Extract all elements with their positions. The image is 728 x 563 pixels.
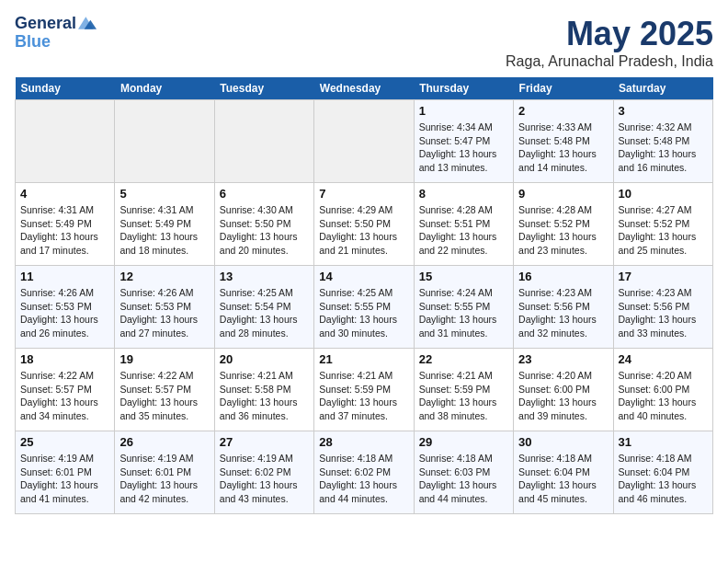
calendar-week-row-1: 1Sunrise: 4:34 AM Sunset: 5:47 PM Daylig… bbox=[16, 100, 713, 183]
calendar-week-row-5: 25Sunrise: 4:19 AM Sunset: 6:01 PM Dayli… bbox=[16, 431, 713, 514]
cell-date-number: 25 bbox=[20, 435, 109, 449]
calendar-cell: 29Sunrise: 4:18 AM Sunset: 6:03 PM Dayli… bbox=[414, 431, 513, 514]
cell-date-number: 1 bbox=[419, 104, 508, 118]
calendar-cell: 16Sunrise: 4:23 AM Sunset: 5:56 PM Dayli… bbox=[514, 266, 613, 349]
cell-date-number: 4 bbox=[20, 187, 109, 201]
month-year-title: May 2025 bbox=[506, 15, 713, 53]
cell-info-text: Sunrise: 4:20 AM Sunset: 6:00 PM Dayligh… bbox=[518, 369, 608, 423]
cell-info-text: Sunrise: 4:30 AM Sunset: 5:50 PM Dayligh… bbox=[220, 203, 309, 258]
calendar-cell: 11Sunrise: 4:26 AM Sunset: 5:53 PM Dayli… bbox=[16, 266, 115, 349]
calendar-cell: 14Sunrise: 4:25 AM Sunset: 5:55 PM Dayli… bbox=[314, 266, 414, 349]
cell-info-text: Sunrise: 4:26 AM Sunset: 5:53 PM Dayligh… bbox=[20, 286, 109, 340]
calendar-cell bbox=[314, 100, 414, 183]
cell-info-text: Sunrise: 4:21 AM Sunset: 5:59 PM Dayligh… bbox=[419, 369, 508, 423]
calendar-cell: 18Sunrise: 4:22 AM Sunset: 5:57 PM Dayli… bbox=[16, 349, 115, 431]
cell-info-text: Sunrise: 4:27 AM Sunset: 5:52 PM Dayligh… bbox=[619, 203, 708, 258]
calendar-cell: 5Sunrise: 4:31 AM Sunset: 5:49 PM Daylig… bbox=[115, 183, 214, 266]
cell-date-number: 5 bbox=[119, 187, 209, 201]
cell-info-text: Sunrise: 4:28 AM Sunset: 5:51 PM Dayligh… bbox=[419, 203, 508, 258]
calendar-cell: 13Sunrise: 4:25 AM Sunset: 5:54 PM Dayli… bbox=[214, 266, 313, 349]
day-header-sunday: Sunday bbox=[16, 77, 115, 100]
cell-info-text: Sunrise: 4:19 AM Sunset: 6:02 PM Dayligh… bbox=[220, 452, 309, 506]
calendar-cell: 10Sunrise: 4:27 AM Sunset: 5:52 PM Dayli… bbox=[613, 183, 712, 266]
cell-date-number: 9 bbox=[518, 187, 608, 201]
cell-info-text: Sunrise: 4:25 AM Sunset: 5:54 PM Dayligh… bbox=[220, 286, 309, 340]
cell-info-text: Sunrise: 4:21 AM Sunset: 5:59 PM Dayligh… bbox=[319, 369, 408, 423]
cell-info-text: Sunrise: 4:18 AM Sunset: 6:04 PM Dayligh… bbox=[518, 452, 608, 506]
calendar-cell: 4Sunrise: 4:31 AM Sunset: 5:49 PM Daylig… bbox=[16, 183, 115, 266]
cell-info-text: Sunrise: 4:18 AM Sunset: 6:03 PM Dayligh… bbox=[419, 452, 508, 506]
calendar-cell: 25Sunrise: 4:19 AM Sunset: 6:01 PM Dayli… bbox=[16, 431, 115, 514]
cell-date-number: 28 bbox=[319, 435, 408, 449]
cell-date-number: 3 bbox=[619, 104, 708, 118]
cell-date-number: 21 bbox=[319, 352, 408, 366]
cell-info-text: Sunrise: 4:22 AM Sunset: 5:57 PM Dayligh… bbox=[119, 369, 209, 423]
calendar-cell bbox=[115, 100, 214, 183]
cell-info-text: Sunrise: 4:25 AM Sunset: 5:55 PM Dayligh… bbox=[319, 286, 408, 340]
cell-date-number: 13 bbox=[220, 270, 309, 283]
calendar-cell: 28Sunrise: 4:18 AM Sunset: 6:02 PM Dayli… bbox=[314, 431, 414, 514]
calendar-cell: 15Sunrise: 4:24 AM Sunset: 5:55 PM Dayli… bbox=[414, 266, 513, 349]
calendar-title-block: May 2025 Raga, Arunachal Pradesh, India bbox=[506, 15, 713, 70]
calendar-cell: 31Sunrise: 4:18 AM Sunset: 6:04 PM Dayli… bbox=[613, 431, 712, 514]
day-header-wednesday: Wednesday bbox=[314, 77, 414, 100]
cell-date-number: 24 bbox=[619, 352, 708, 366]
cell-info-text: Sunrise: 4:31 AM Sunset: 5:49 PM Dayligh… bbox=[119, 203, 209, 258]
day-header-saturday: Saturday bbox=[613, 77, 712, 100]
cell-date-number: 16 bbox=[518, 270, 608, 283]
cell-info-text: Sunrise: 4:29 AM Sunset: 5:50 PM Dayligh… bbox=[319, 203, 408, 258]
cell-info-text: Sunrise: 4:24 AM Sunset: 5:55 PM Dayligh… bbox=[419, 286, 508, 340]
calendar-cell bbox=[214, 100, 313, 183]
days-header-row: SundayMondayTuesdayWednesdayThursdayFrid… bbox=[16, 77, 713, 100]
cell-info-text: Sunrise: 4:28 AM Sunset: 5:52 PM Dayligh… bbox=[518, 203, 608, 258]
cell-info-text: Sunrise: 4:19 AM Sunset: 6:01 PM Dayligh… bbox=[119, 452, 209, 506]
cell-info-text: Sunrise: 4:21 AM Sunset: 5:58 PM Dayligh… bbox=[220, 369, 309, 423]
calendar-cell: 21Sunrise: 4:21 AM Sunset: 5:59 PM Dayli… bbox=[314, 349, 414, 431]
calendar-week-row-2: 4Sunrise: 4:31 AM Sunset: 5:49 PM Daylig… bbox=[16, 183, 713, 266]
cell-date-number: 30 bbox=[518, 435, 608, 449]
cell-info-text: Sunrise: 4:34 AM Sunset: 5:47 PM Dayligh… bbox=[419, 121, 508, 175]
calendar-cell: 22Sunrise: 4:21 AM Sunset: 5:59 PM Dayli… bbox=[414, 349, 513, 431]
location-title: Raga, Arunachal Pradesh, India bbox=[506, 53, 713, 70]
calendar-cell: 3Sunrise: 4:32 AM Sunset: 5:48 PM Daylig… bbox=[613, 100, 712, 183]
cell-date-number: 6 bbox=[220, 187, 309, 201]
calendar-cell bbox=[16, 100, 115, 183]
cell-info-text: Sunrise: 4:19 AM Sunset: 6:01 PM Dayligh… bbox=[20, 452, 109, 506]
day-header-friday: Friday bbox=[514, 77, 613, 100]
cell-date-number: 15 bbox=[419, 270, 508, 283]
page-header: General Blue May 2025 Raga, Arunachal Pr… bbox=[15, 15, 713, 70]
cell-info-text: Sunrise: 4:18 AM Sunset: 6:04 PM Dayligh… bbox=[619, 452, 708, 506]
cell-date-number: 23 bbox=[518, 352, 608, 366]
calendar-cell: 30Sunrise: 4:18 AM Sunset: 6:04 PM Dayli… bbox=[514, 431, 613, 514]
calendar-cell: 2Sunrise: 4:33 AM Sunset: 5:48 PM Daylig… bbox=[514, 100, 613, 183]
calendar-cell: 12Sunrise: 4:26 AM Sunset: 5:53 PM Dayli… bbox=[115, 266, 214, 349]
calendar-cell: 23Sunrise: 4:20 AM Sunset: 6:00 PM Dayli… bbox=[514, 349, 613, 431]
cell-date-number: 19 bbox=[119, 352, 209, 366]
cell-info-text: Sunrise: 4:32 AM Sunset: 5:48 PM Dayligh… bbox=[619, 121, 708, 175]
calendar-cell: 27Sunrise: 4:19 AM Sunset: 6:02 PM Dayli… bbox=[214, 431, 313, 514]
cell-date-number: 7 bbox=[319, 187, 408, 201]
calendar-cell: 1Sunrise: 4:34 AM Sunset: 5:47 PM Daylig… bbox=[414, 100, 513, 183]
logo-icon bbox=[78, 14, 97, 32]
day-header-thursday: Thursday bbox=[414, 77, 513, 100]
logo: General Blue bbox=[15, 15, 97, 52]
cell-date-number: 11 bbox=[20, 270, 109, 283]
calendar-cell: 17Sunrise: 4:23 AM Sunset: 5:56 PM Dayli… bbox=[613, 266, 712, 349]
cell-date-number: 2 bbox=[518, 104, 608, 118]
calendar-cell: 20Sunrise: 4:21 AM Sunset: 5:58 PM Dayli… bbox=[214, 349, 313, 431]
calendar-cell: 26Sunrise: 4:19 AM Sunset: 6:01 PM Dayli… bbox=[115, 431, 214, 514]
calendar-cell: 7Sunrise: 4:29 AM Sunset: 5:50 PM Daylig… bbox=[314, 183, 414, 266]
cell-date-number: 17 bbox=[619, 270, 708, 283]
day-header-tuesday: Tuesday bbox=[214, 77, 313, 100]
logo-text-blue: Blue bbox=[15, 33, 97, 52]
cell-info-text: Sunrise: 4:26 AM Sunset: 5:53 PM Dayligh… bbox=[119, 286, 209, 340]
calendar-cell: 24Sunrise: 4:20 AM Sunset: 6:00 PM Dayli… bbox=[613, 349, 712, 431]
cell-date-number: 10 bbox=[619, 187, 708, 201]
calendar-week-row-4: 18Sunrise: 4:22 AM Sunset: 5:57 PM Dayli… bbox=[16, 349, 713, 431]
cell-date-number: 31 bbox=[619, 435, 708, 449]
cell-date-number: 26 bbox=[119, 435, 209, 449]
cell-date-number: 20 bbox=[220, 352, 309, 366]
cell-date-number: 27 bbox=[220, 435, 309, 449]
cell-info-text: Sunrise: 4:23 AM Sunset: 5:56 PM Dayligh… bbox=[619, 286, 708, 340]
cell-info-text: Sunrise: 4:33 AM Sunset: 5:48 PM Dayligh… bbox=[518, 121, 608, 175]
